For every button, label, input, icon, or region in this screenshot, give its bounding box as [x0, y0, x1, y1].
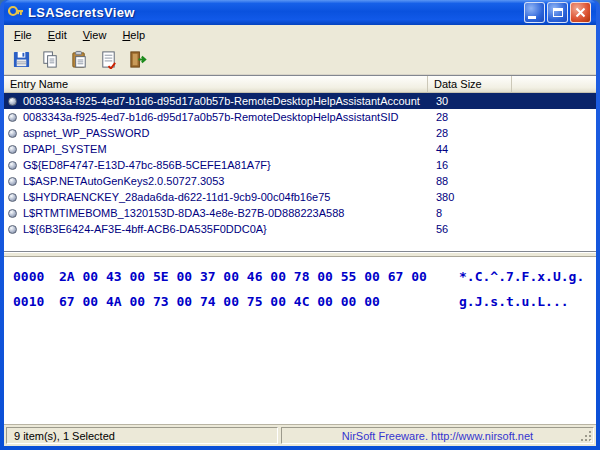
entry-name: G${ED8F4747-E13D-47bc-856B-5CEFE1A81A7F}: [23, 159, 271, 171]
list-item[interactable]: 0083343a-f925-4ed7-b1d6-d95d17a0b57b-Rem…: [4, 93, 596, 109]
entry-name: L$RTMTIMEBOMB_1320153D-8DA3-4e8e-B27B-0D…: [23, 207, 344, 219]
list-header: Entry Name Data Size: [4, 76, 596, 93]
exit-icon: [128, 50, 147, 69]
hex-view[interactable]: 00002A 00 43 00 5E 00 37 00 46 00 78 00 …: [4, 257, 596, 425]
nirsoft-link[interactable]: NirSoft Freeware. http://www.nirsoft.net: [281, 427, 594, 444]
menu-edit[interactable]: Edit: [40, 26, 75, 44]
properties-icon: [99, 50, 118, 69]
status-bar: 9 item(s), 1 Selected NirSoft Freeware. …: [4, 425, 596, 446]
entry-size: 28: [428, 111, 448, 123]
list-item[interactable]: aspnet_WP_PASSWORD 28: [4, 125, 596, 141]
list-item[interactable]: L$HYDRAENCKEY_28ada6da-d622-11d1-9cb9-00…: [4, 189, 596, 205]
hex-bytes: 67 00 4A 00 73 00 74 00 75 00 4C 00 00 0…: [59, 289, 459, 314]
list-item[interactable]: G${ED8F4747-E13D-47bc-856B-5CEFE1A81A7F}…: [4, 157, 596, 173]
menu-bar: File Edit View Help: [4, 25, 596, 45]
secret-bullet-icon: [8, 145, 17, 154]
hex-offset: 0010: [13, 289, 59, 314]
title-bar[interactable]: LSASecretsView: [4, 0, 596, 25]
entry-name: L$HYDRAENCKEY_28ada6da-d622-11d1-9cb9-00…: [23, 191, 330, 203]
exit-button[interactable]: [125, 47, 150, 72]
list-item[interactable]: L$ASP.NETAutoGenKeys2.0.50727.3053 88: [4, 173, 596, 189]
secret-bullet-icon: [8, 209, 17, 218]
status-item-count: 9 item(s), 1 Selected: [6, 427, 278, 444]
entry-size: 8: [428, 207, 442, 219]
copy-icon: [41, 50, 60, 69]
secret-bullet-icon: [8, 177, 17, 186]
window-title: LSASecretsView: [28, 5, 520, 20]
entry-name: L$ASP.NETAutoGenKeys2.0.50727.3053: [23, 175, 224, 187]
secrets-list: Entry Name Data Size 0083343a-f925-4ed7-…: [4, 75, 596, 252]
copy-button[interactable]: [38, 47, 63, 72]
secret-bullet-icon: [8, 225, 17, 234]
menu-help[interactable]: Help: [114, 26, 153, 44]
save-button[interactable]: [9, 47, 34, 72]
menu-view[interactable]: View: [75, 26, 115, 44]
entry-name: 0083343a-f925-4ed7-b1d6-d95d17a0b57b-Rem…: [23, 95, 420, 107]
entry-size: 56: [428, 223, 448, 235]
maximize-button[interactable]: [547, 2, 568, 23]
entry-name: L${6B3E6424-AF3E-4bff-ACB6-DA535F0DDC0A}: [23, 223, 267, 235]
list-item[interactable]: L${6B3E6424-AF3E-4bff-ACB6-DA535F0DDC0A}…: [4, 221, 596, 237]
secret-bullet-icon: [8, 193, 17, 202]
paste-icon: [70, 50, 89, 69]
secret-bullet-icon: [8, 161, 17, 170]
save-icon: [12, 50, 31, 69]
toolbar: [4, 45, 596, 75]
hex-ascii: g.J.s.t.u.L...: [459, 294, 569, 309]
hex-line: 001067 00 4A 00 73 00 74 00 75 00 4C 00 …: [13, 289, 596, 314]
entry-size: 16: [428, 159, 448, 171]
paste-button[interactable]: [67, 47, 92, 72]
entry-name: DPAPI_SYSTEM: [23, 143, 107, 155]
entry-size: 88: [428, 175, 448, 187]
resize-grip[interactable]: [580, 430, 593, 443]
entry-size: 28: [428, 127, 448, 139]
properties-button[interactable]: [96, 47, 121, 72]
column-header-filler: [512, 76, 596, 93]
hex-offset: 0000: [13, 264, 59, 289]
client-area: File Edit View Help: [4, 25, 596, 446]
column-header-data-size[interactable]: Data Size: [428, 76, 512, 93]
secret-bullet-icon: [8, 113, 17, 122]
entry-name: aspnet_WP_PASSWORD: [23, 127, 149, 139]
hex-line: 00002A 00 43 00 5E 00 37 00 46 00 78 00 …: [13, 264, 596, 289]
key-icon[interactable]: [8, 5, 24, 21]
hex-bytes: 2A 00 43 00 5E 00 37 00 46 00 78 00 55 0…: [59, 264, 459, 289]
list-item[interactable]: DPAPI_SYSTEM 44: [4, 141, 596, 157]
entry-name: 0083343a-f925-4ed7-b1d6-d95d17a0b57b-Rem…: [23, 111, 398, 123]
entry-size: 44: [428, 143, 448, 155]
list-item[interactable]: L$RTMTIMEBOMB_1320153D-8DA3-4e8e-B27B-0D…: [4, 205, 596, 221]
entry-size: 380: [428, 191, 454, 203]
close-button[interactable]: [570, 2, 591, 23]
minimize-button[interactable]: [524, 2, 545, 23]
app-window: LSASecretsView File Edit View Help: [0, 0, 600, 450]
secret-bullet-icon: [8, 97, 17, 106]
secret-bullet-icon: [8, 129, 17, 138]
menu-file[interactable]: File: [6, 26, 40, 44]
list-item[interactable]: 0083343a-f925-4ed7-b1d6-d95d17a0b57b-Rem…: [4, 109, 596, 125]
hex-ascii: *.C.^.7.F.x.U.g.: [459, 269, 584, 284]
close-icon: [575, 7, 586, 18]
column-header-entry-name[interactable]: Entry Name: [4, 76, 428, 93]
entry-size: 30: [428, 95, 448, 107]
